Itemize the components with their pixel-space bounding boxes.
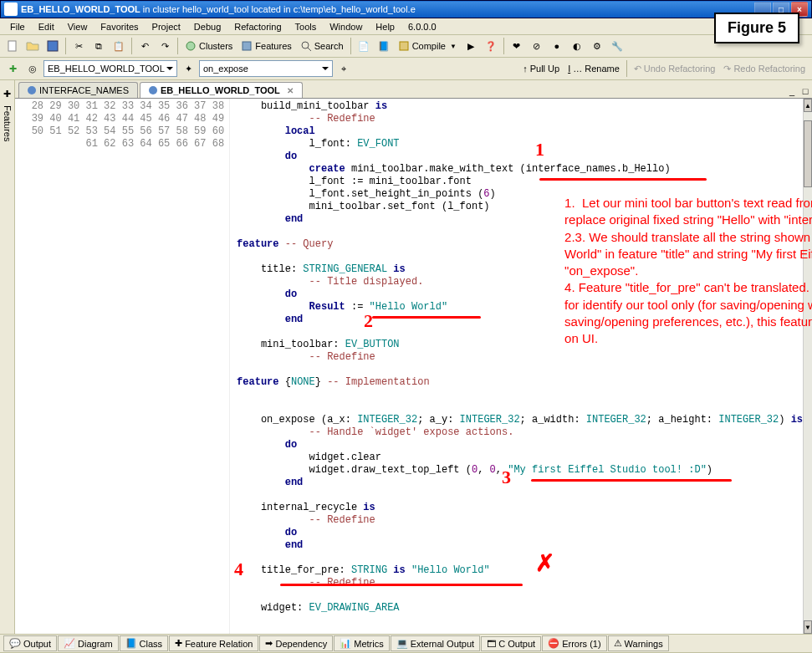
run-icon[interactable]: ▶ xyxy=(462,37,480,55)
minimize-panel-icon[interactable]: _ xyxy=(785,84,799,98)
annot-underline-1 xyxy=(539,178,707,181)
line-gutter: 28 29 30 31 32 33 34 35 36 37 38 39 40 4… xyxy=(15,99,230,634)
panel-warnings[interactable]: ⚠Warnings xyxy=(608,635,669,651)
redo-refactor-button[interactable]: ↷ Redo Refactoring xyxy=(720,64,809,74)
annot-underline-2 xyxy=(372,316,481,319)
tool-icon[interactable]: 📘 xyxy=(375,37,393,55)
annot-underline-4 xyxy=(280,584,523,586)
menu-edit[interactable]: Edit xyxy=(32,20,61,33)
new-icon[interactable] xyxy=(3,37,22,55)
redo-icon[interactable]: ↷ xyxy=(156,37,174,55)
panel-c-output[interactable]: 🗔C Output xyxy=(481,636,541,651)
menu-6000[interactable]: 6.0.0.0 xyxy=(401,20,443,33)
panel-errors--1-[interactable]: ⛔Errors (1) xyxy=(542,635,606,651)
stop-icon[interactable]: ⊘ xyxy=(528,37,546,55)
maximize-panel-icon[interactable]: □ xyxy=(799,84,812,98)
code-editor[interactable]: build_mini_toolbar is -- Redefine local … xyxy=(230,99,803,634)
svg-rect-0 xyxy=(8,41,16,51)
menu-help[interactable]: Help xyxy=(369,20,401,33)
undo-refactor-button[interactable]: ↶ Undo Refactoring xyxy=(631,64,719,74)
panel-class[interactable]: 📘Class xyxy=(120,635,169,651)
tab-interface_names[interactable]: INTERFACE_NAMES xyxy=(18,82,138,98)
bottom-panel-tabs: 💬Output📈Diagram📘Class✚Feature Relation➡D… xyxy=(0,634,812,652)
svg-point-4 xyxy=(302,42,309,48)
clusters-button[interactable]: Clusters xyxy=(181,40,236,52)
annot-num-4: 4 xyxy=(234,563,243,575)
break2-icon[interactable]: ◐ xyxy=(568,37,586,55)
panel-diagram[interactable]: 📈Diagram xyxy=(58,635,119,651)
tab-eb_hello_world_tool[interactable]: EB_HELLO_WORLD_TOOL ✕ xyxy=(140,82,303,98)
feature-combo[interactable]: on_expose xyxy=(199,60,333,77)
vertical-scrollbar[interactable]: ▲ ▼ xyxy=(803,99,812,634)
window-titlebar: EB_HELLO_WORLD_TOOL in cluster hello_wor… xyxy=(0,0,812,18)
menu-tools[interactable]: Tools xyxy=(289,20,324,33)
figure-label: Figure 5 xyxy=(714,13,799,43)
svg-rect-1 xyxy=(48,41,58,51)
menu-project[interactable]: Project xyxy=(146,20,187,33)
window-title: EB_HELLO_WORLD_TOOL in cluster hello_wor… xyxy=(21,4,754,14)
class-combo[interactable]: EB_HELLO_WORLD_TOOL xyxy=(43,60,177,77)
pullup-button[interactable]: ↑ Pull Up xyxy=(519,64,563,74)
annot-num-3: 3 xyxy=(502,471,511,483)
tool-icon[interactable]: ⚙ xyxy=(588,37,606,55)
compile-button[interactable]: Compile▼ xyxy=(395,40,460,52)
go-icon[interactable]: ⌖ xyxy=(335,59,353,78)
side-features[interactable]: ✚ Features xyxy=(2,85,14,634)
search-button[interactable]: Search xyxy=(297,40,347,52)
annot-x: ✗ xyxy=(535,557,554,569)
menu-file[interactable]: File xyxy=(3,20,32,33)
break-icon[interactable]: ● xyxy=(548,37,566,55)
add-icon[interactable]: ✚ xyxy=(3,59,22,78)
annot-num-1: 1 xyxy=(535,143,544,156)
scroll-down-icon[interactable]: ▼ xyxy=(804,620,812,634)
side-panel: ✚ Features 📁 Clusters xyxy=(0,80,15,634)
save-icon[interactable] xyxy=(43,37,62,55)
panel-output[interactable]: 💬Output xyxy=(3,635,57,651)
menu-favorites[interactable]: Favorites xyxy=(94,20,145,33)
toolbar-main: ✂ ⧉ 📋 ↶ ↷ Clusters Features Search 📄 📘 C… xyxy=(0,35,812,58)
editor-tabs: INTERFACE_NAMESEB_HELLO_WORLD_TOOL ✕ _ □ xyxy=(15,80,812,99)
target-icon[interactable]: ◎ xyxy=(23,59,42,78)
paste-icon[interactable]: 📋 xyxy=(110,37,128,55)
help-icon[interactable]: ❓ xyxy=(482,37,500,55)
scroll-up-icon[interactable]: ▲ xyxy=(804,99,812,112)
undo-icon[interactable]: ↶ xyxy=(135,37,154,55)
tool-icon[interactable]: 🔧 xyxy=(608,37,626,55)
svg-rect-3 xyxy=(243,42,251,50)
toolbar-nav: ✚ ◎ EB_HELLO_WORLD_TOOL ✦ on_expose ⌖ ↑ … xyxy=(0,58,812,80)
menu-refactoring[interactable]: Refactoring xyxy=(227,20,288,33)
copy-icon[interactable]: ⧉ xyxy=(89,37,108,55)
menu-view[interactable]: View xyxy=(61,20,94,33)
scroll-thumb[interactable] xyxy=(804,120,812,187)
tool-icon[interactable]: 📄 xyxy=(355,37,373,55)
annot-num-2: 2 xyxy=(364,314,373,327)
panel-feature-relation[interactable]: ✚Feature Relation xyxy=(169,635,258,651)
rename-button[interactable]: I… Rename xyxy=(564,64,623,74)
svg-line-5 xyxy=(308,48,311,51)
panel-external-output[interactable]: 💻External Output xyxy=(391,635,480,651)
annot-underline-3 xyxy=(531,479,732,482)
svg-point-2 xyxy=(186,42,195,50)
app-icon xyxy=(4,3,18,16)
fav-icon[interactable]: ❤ xyxy=(508,37,526,55)
feature-icon[interactable]: ✦ xyxy=(179,59,197,78)
svg-rect-6 xyxy=(400,42,408,50)
menu-bar: FileEditViewFavoritesProjectDebugRefacto… xyxy=(0,18,812,35)
panel-dependency[interactable]: ➡Dependency xyxy=(259,635,333,651)
menu-debug[interactable]: Debug xyxy=(187,20,227,33)
features-button[interactable]: Features xyxy=(237,40,294,52)
open-icon[interactable] xyxy=(23,37,42,55)
menu-window[interactable]: Window xyxy=(323,20,369,33)
panel-metrics[interactable]: 📊Metrics xyxy=(334,635,389,651)
cut-icon[interactable]: ✂ xyxy=(69,37,88,55)
